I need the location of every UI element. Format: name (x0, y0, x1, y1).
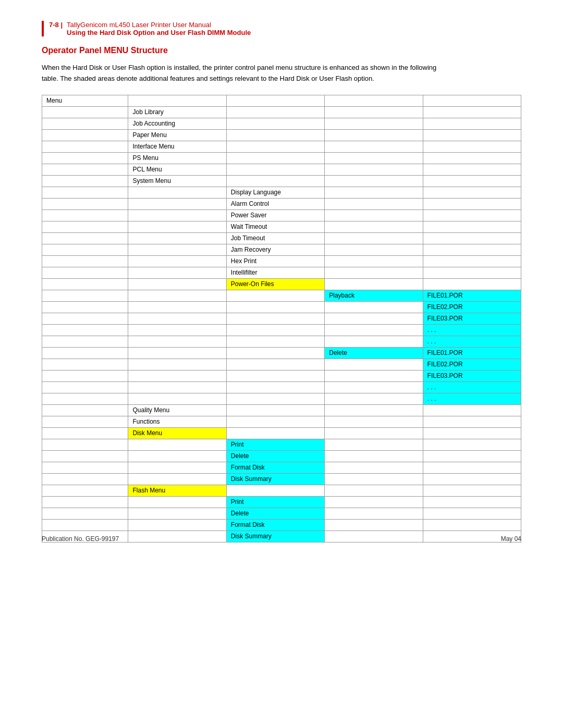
table-cell (423, 141, 521, 152)
table-cell (42, 255, 128, 267)
table-cell (128, 255, 226, 267)
table-cell (226, 404, 324, 416)
table-cell: Job Library (128, 106, 226, 118)
table-cell (423, 175, 521, 187)
table-row: Job Accounting (42, 118, 521, 129)
table-cell (128, 450, 226, 462)
table-cell (423, 416, 521, 427)
table-cell (226, 95, 324, 106)
table-cell (42, 416, 128, 427)
table-cell-del-dots1: . . . (423, 381, 521, 393)
table-row: Delete (42, 508, 521, 519)
table-cell: Intellifilter (226, 267, 324, 278)
header-subtitle: Using the Hard Disk Option and User Flas… (67, 29, 251, 36)
page-header: 7-8 |TallyGenicom mL450 Laser Printer Us… (42, 21, 521, 36)
table-row: Print (42, 439, 521, 450)
table-cell: Alarm Control (226, 198, 324, 209)
table-cell (226, 427, 324, 439)
table-cell (42, 324, 128, 336)
table-cell (42, 519, 128, 530)
table-row: Quality Menu (42, 404, 521, 416)
table-row: Wait Timeout (42, 221, 521, 232)
table-cell: PS Menu (128, 152, 226, 164)
table-cell (226, 164, 324, 175)
table-row: Paper Menu (42, 129, 521, 141)
table-row: Delete FILE01.POR (42, 347, 521, 359)
table-cell-file03-por: FILE03.POR (423, 313, 521, 324)
table-cell-flash-menu: Flash Menu (128, 485, 226, 496)
table-cell-job-timeout: Job Timeout (226, 232, 324, 244)
table-cell-interface-menu: Interface Menu (128, 141, 226, 152)
page: 7-8 |TallyGenicom mL450 Laser Printer Us… (0, 0, 563, 563)
table-cell (42, 462, 128, 473)
table-cell (42, 164, 128, 175)
footer-date: May 04 (501, 535, 521, 542)
table-row: . . . (42, 381, 521, 393)
page-footer: Publication No. GEG-99197 May 04 (42, 535, 521, 542)
table-cell (325, 301, 423, 313)
table-cell-format-disk: Format Disk (226, 462, 324, 473)
table-cell (226, 359, 324, 370)
section-description: When the Hard Disk or User Flash option … (42, 63, 448, 84)
section-title: Operator Panel MENU Structure (42, 46, 521, 55)
table-cell (128, 508, 226, 519)
table-cell (325, 152, 423, 164)
table-cell (226, 324, 324, 336)
table-cell (128, 359, 226, 370)
table-cell (42, 347, 128, 359)
table-cell (325, 427, 423, 439)
table-row: System Menu (42, 175, 521, 187)
table-cell (325, 106, 423, 118)
table-cell (423, 244, 521, 255)
table-cell (325, 141, 423, 152)
table-cell (42, 393, 128, 404)
table-row: Format Disk (42, 462, 521, 473)
table-cell-dots1: . . . (423, 324, 521, 336)
table-row: FILE02.POR (42, 301, 521, 313)
table-row: PCL Menu (42, 164, 521, 175)
table-cell (423, 427, 521, 439)
table-cell (325, 462, 423, 473)
table-cell (325, 450, 423, 462)
table-cell (226, 347, 324, 359)
table-cell (42, 175, 128, 187)
table-row: Disk Menu (42, 427, 521, 439)
table-row: FILE03.POR (42, 370, 521, 381)
table-cell (226, 370, 324, 381)
table-row: . . . (42, 324, 521, 336)
table-cell (325, 496, 423, 508)
table-row: Job Timeout (42, 232, 521, 244)
table-cell (226, 313, 324, 324)
table-cell (128, 221, 226, 232)
table-cell-disk-delete: Delete (226, 450, 324, 462)
table-cell-del-file01: FILE01.POR (423, 347, 521, 359)
table-cell (128, 290, 226, 301)
table-row: Format Disk (42, 519, 521, 530)
table-cell (325, 209, 423, 221)
table-cell-file02-por: FILE02.POR (423, 301, 521, 313)
table-cell (226, 416, 324, 427)
table-cell (325, 164, 423, 175)
table-row: Disk Summary (42, 473, 521, 485)
table-cell (325, 324, 423, 336)
table-cell: Menu (42, 95, 128, 106)
table-row: . . . (42, 336, 521, 347)
table-cell (325, 175, 423, 187)
table-row: Print (42, 496, 521, 508)
table-cell (42, 473, 128, 485)
table-cell (325, 95, 423, 106)
table-cell (128, 473, 226, 485)
table-cell (423, 255, 521, 267)
table-cell (423, 508, 521, 519)
table-cell (42, 221, 128, 232)
table-cell-del-dots2: . . . (423, 393, 521, 404)
table-cell (128, 244, 226, 255)
table-cell-wait-timeout: Wait Timeout (226, 221, 324, 232)
table-cell: PCL Menu (128, 164, 226, 175)
table-cell (128, 232, 226, 244)
table-cell (42, 450, 128, 462)
table-cell (42, 198, 128, 209)
table-cell (42, 187, 128, 198)
table-cell (423, 129, 521, 141)
table-row: Hex Print (42, 255, 521, 267)
